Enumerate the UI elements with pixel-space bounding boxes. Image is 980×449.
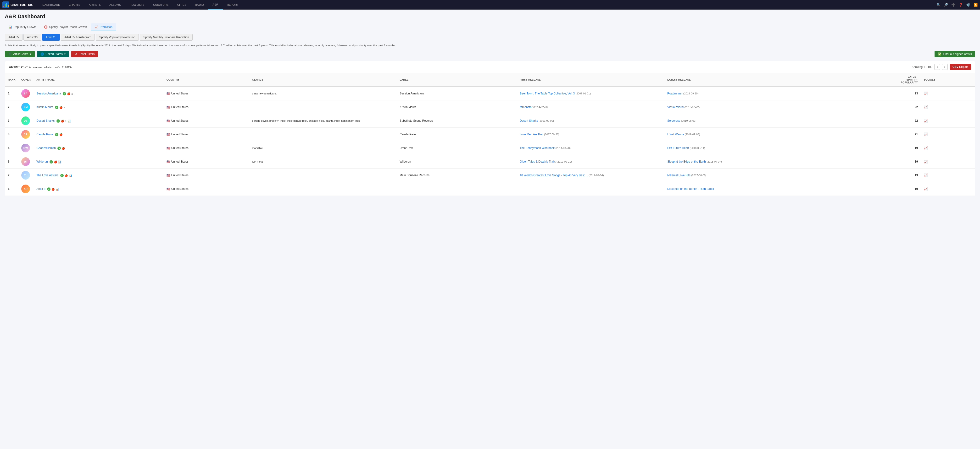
artist-name-link[interactable]: Desert Sharks xyxy=(37,119,54,122)
social-chart-icon[interactable]: 📈 xyxy=(924,160,928,163)
social-chart-icon[interactable]: 📈 xyxy=(924,173,928,177)
table-subtitle: (This data was collected on Oct 2, 2019) xyxy=(25,66,72,68)
label-cell: Umor-Rex xyxy=(397,141,517,155)
first-release-link[interactable]: Mmonster xyxy=(520,105,532,109)
artist-icons: ● 🍎 a xyxy=(63,92,73,95)
tab-artist-35-instagram[interactable]: Artist 35 & Instagram xyxy=(61,34,95,41)
apple-icon: 🍎 xyxy=(62,147,65,150)
country-flag: 🇺🇸 xyxy=(167,160,170,163)
pagination-next-button[interactable]: › xyxy=(942,64,948,70)
popularity-cell: 21 xyxy=(850,128,921,141)
tab-prediction[interactable]: 📈 Prediction xyxy=(91,24,116,31)
settings-icon[interactable]: ⚙️ xyxy=(966,3,970,7)
help-icon[interactable]: ❓ xyxy=(959,3,963,7)
pagination-prev-button[interactable]: ‹ xyxy=(934,64,940,70)
latest-release-link[interactable]: Millenial Love Hits xyxy=(667,174,690,177)
tab-artist-25[interactable]: Artist 25 xyxy=(42,34,60,41)
first-release-link[interactable]: 40 Worlds Greatest Love Songs - Top 40 V… xyxy=(520,174,588,177)
csv-export-button[interactable]: CSV Export xyxy=(950,64,971,70)
latest-release-link[interactable]: Exit Future Heart xyxy=(667,146,689,150)
search-icon[interactable]: 🔍 xyxy=(937,3,940,7)
reset-filters-button[interactable]: ↺ Reset Filters xyxy=(71,51,98,57)
latest-release-link[interactable]: Dissenter on the Bench - Ruth Bader xyxy=(667,187,714,190)
social-chart-icon[interactable]: 📈 xyxy=(924,105,928,109)
col-first-release: FIRST RELEASE xyxy=(517,73,664,87)
tab-spotify-playlist-reach[interactable]: ⭕ Spotify Playlist Reach Growth xyxy=(40,24,91,31)
zoom-icon[interactable]: 🔎 xyxy=(944,3,948,7)
latest-release-cell: Sleep at the Edge of the Earth (2015-04-… xyxy=(664,155,850,168)
country-filter[interactable]: 🌐 United States ▾ xyxy=(37,51,69,57)
artist-name-link[interactable]: Artist 8 xyxy=(37,187,45,190)
socials-cell: 📈 xyxy=(921,182,975,196)
logout-icon[interactable]: ⏏️ xyxy=(974,3,978,7)
filter-signed-artists-button[interactable]: ✅ Filter out signed artists xyxy=(935,51,975,57)
socials-cell: 📈 xyxy=(921,168,975,182)
social-chart-icon[interactable]: 📈 xyxy=(924,119,928,123)
svg-rect-1 xyxy=(3,6,4,7)
cover-cell: KM xyxy=(18,100,33,114)
first-release-link[interactable]: Beer Town: The Table Top Collective, Vol… xyxy=(520,92,575,95)
latest-release-link[interactable]: Roadrunner xyxy=(667,92,682,95)
nav-curators[interactable]: CURATORS xyxy=(149,0,173,10)
artist-name-cell: The Love Allstars ● 🍎 📊 xyxy=(33,168,164,182)
logo[interactable]: CHARTMETRIC xyxy=(2,2,33,8)
social-chart-icon[interactable]: 📈 xyxy=(924,187,928,191)
nav-charts[interactable]: CHARTS xyxy=(65,0,85,10)
first-release-date: (2007-01-01) xyxy=(576,92,591,95)
description-text: Artists that are most likely to pass a s… xyxy=(5,43,975,48)
cover-cell: SA xyxy=(18,87,33,100)
artist-name-link[interactable]: Session Americana xyxy=(37,92,61,95)
latest-release-link[interactable]: Sorceress xyxy=(667,119,680,122)
col-latest-release: LATEST RELEASE xyxy=(664,73,850,87)
tab-spotify-popularity-prediction[interactable]: Spotify Popularity Prediction xyxy=(96,34,139,41)
artist-name-link[interactable]: The Love Allstars xyxy=(37,174,58,177)
first-release-link[interactable]: Olden Tales & Deathly Trails xyxy=(520,160,556,163)
social-chart-icon[interactable]: 📈 xyxy=(924,132,928,136)
add-icon[interactable]: ➕ xyxy=(951,3,955,7)
label-cell: Camila Paiva xyxy=(397,128,517,141)
country-cell: 🇺🇸 United States xyxy=(164,168,249,182)
amazon-icon: a xyxy=(64,106,65,109)
artist-name-link[interactable]: Wilderun xyxy=(37,160,48,163)
tab-artist-35[interactable]: Artist 35 xyxy=(5,34,22,41)
reset-icon: ↺ xyxy=(75,52,77,56)
nav-report[interactable]: REPORT xyxy=(223,0,243,10)
artist-name-link[interactable]: Kristin Moura xyxy=(37,105,53,109)
first-release-cell: 40 Worlds Greatest Love Songs - Top 40 V… xyxy=(517,168,664,182)
latest-release-link[interactable]: I Just Wanna xyxy=(667,133,684,136)
first-release-cell: Love Me Like That (2017-09-20) xyxy=(517,128,664,141)
nav-radio[interactable]: RADIO xyxy=(191,0,208,10)
first-release-link[interactable]: Desert Sharks xyxy=(520,119,538,122)
cover-cell: CP xyxy=(18,128,33,141)
rank-cell: 3 xyxy=(5,114,18,128)
nav-dashboard[interactable]: DASHBOARD xyxy=(38,0,64,10)
nav-albums[interactable]: ALBUMS xyxy=(105,0,125,10)
nav-playlists[interactable]: PLAYLISTS xyxy=(126,0,149,10)
tab-spotify-monthly-listeners[interactable]: Spotify Monthly Listeners Prediction xyxy=(140,34,192,41)
nav-cities[interactable]: CITIES xyxy=(173,0,191,10)
tab-popularity-growth[interactable]: 📊 Popularity Growth xyxy=(5,24,40,31)
artist-name-link[interactable]: Good Willsmith xyxy=(37,146,56,150)
spotify-icon: ● xyxy=(63,92,66,95)
artist-icons: ● 🍎 📊 xyxy=(47,187,59,191)
artist-genre-filter[interactable]: 🎵 Artist Genre ▾ xyxy=(5,51,35,57)
latest-release-cell: I Just Wanna (2019-09-03) xyxy=(664,128,850,141)
col-rank: RANK xyxy=(5,73,18,87)
nav-artists[interactable]: ARTISTS xyxy=(85,0,105,10)
social-chart-icon[interactable]: 📈 xyxy=(924,146,928,150)
nav-ar[interactable]: A&R xyxy=(208,0,223,10)
chart-bar-icon: 📊 xyxy=(69,174,72,177)
artist-name-cell: Camila Paiva ● 🍎 xyxy=(33,128,164,141)
latest-release-link[interactable]: Virtual World xyxy=(667,105,684,109)
first-release-link[interactable]: Love Me Like That xyxy=(520,133,543,136)
apple-icon: 🍎 xyxy=(67,92,70,95)
latest-release-link[interactable]: Sleep at the Edge of the Earth xyxy=(667,160,706,163)
artist-name-link[interactable]: Camila Paiva xyxy=(37,133,53,136)
popularity-growth-icon: 📊 xyxy=(9,25,12,29)
latest-release-date: (2018-05-11) xyxy=(690,146,705,149)
social-chart-icon[interactable]: 📈 xyxy=(924,92,928,95)
tab-artist-30[interactable]: Artist 30 xyxy=(24,34,41,41)
first-release-link[interactable]: The Honeymoon Workbook xyxy=(520,146,555,150)
label-cell xyxy=(397,182,517,196)
genre-icon: 🎵 xyxy=(8,52,12,56)
